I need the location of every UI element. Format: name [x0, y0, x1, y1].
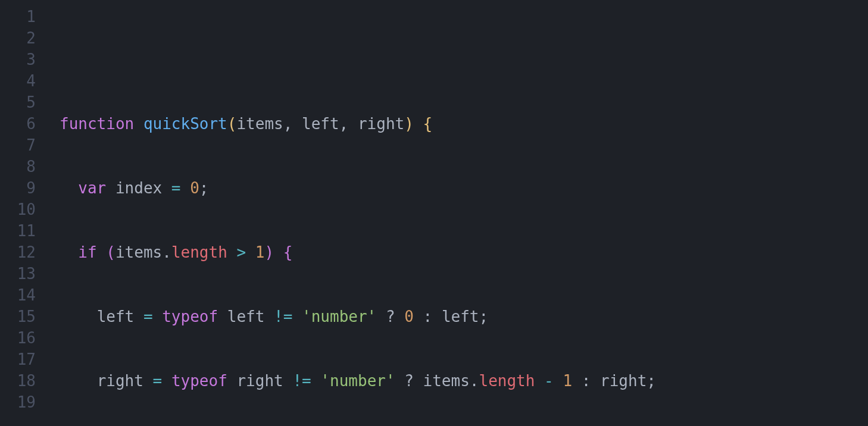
- space: [218, 308, 227, 325]
- space: [414, 115, 423, 133]
- number: 0: [404, 308, 414, 325]
- line-number: 19: [0, 391, 36, 413]
- line-number: 16: [0, 327, 36, 349]
- keyword-function: function: [60, 115, 134, 133]
- code-line[interactable]: var index = 0;: [60, 177, 868, 199]
- identifier: right: [97, 372, 143, 390]
- line-number: 1: [0, 6, 36, 27]
- keyword-typeof: typeof: [171, 372, 227, 390]
- ternary-q: ?: [376, 308, 404, 325]
- semicolon: ;: [479, 308, 489, 325]
- code-line[interactable]: right = typeof right != 'number' ? items…: [60, 370, 868, 391]
- code-line[interactable]: left = typeof left != 'number' ? 0 : lef…: [60, 306, 868, 327]
- operator-assign: =: [134, 308, 162, 325]
- identifier: left: [97, 308, 135, 325]
- operator-assign: =: [143, 372, 171, 390]
- line-number: 9: [0, 177, 36, 199]
- line-number: 2: [0, 27, 36, 49]
- string: 'number': [302, 308, 376, 325]
- operator-gt: >: [227, 243, 255, 261]
- identifier: right: [600, 372, 647, 390]
- code-line[interactable]: function quickSort(items, left, right) {: [60, 113, 868, 134]
- indent: [60, 243, 78, 261]
- indent: [60, 308, 97, 325]
- identifier: left: [442, 308, 479, 325]
- space: [106, 179, 115, 197]
- line-number: 7: [0, 134, 36, 156]
- line-number: 14: [0, 284, 36, 306]
- code-line[interactable]: if (items.length > 1) {: [60, 242, 868, 263]
- line-number: 17: [0, 349, 36, 370]
- operator-ne: !=: [264, 308, 302, 325]
- semicolon: ;: [199, 179, 209, 197]
- line-number: 6: [0, 113, 36, 134]
- space: [134, 115, 143, 133]
- operator-assign: =: [162, 179, 190, 197]
- semicolon: ;: [647, 372, 656, 390]
- identifier: right: [236, 372, 283, 390]
- indent: [60, 372, 97, 390]
- identifier: left: [227, 308, 265, 325]
- line-number: 4: [0, 70, 36, 92]
- space: [227, 372, 237, 390]
- property: length: [479, 372, 535, 390]
- line-number: 12: [0, 242, 36, 263]
- line-number: 10: [0, 199, 36, 220]
- ternary-q: ?: [395, 372, 423, 390]
- paren-close: ): [404, 115, 414, 133]
- ternary-colon: :: [414, 308, 442, 325]
- line-number: 3: [0, 49, 36, 70]
- brace-open: {: [283, 243, 293, 261]
- function-name: quickSort: [143, 115, 227, 133]
- number: 1: [563, 372, 572, 390]
- dot: .: [162, 243, 171, 261]
- dot: .: [470, 372, 479, 390]
- line-number-gutter: 1 2 3 4 5 6 7 8 9 10 11 12 13 14 15 16 1…: [0, 0, 46, 426]
- line-number: 8: [0, 156, 36, 177]
- space: [274, 243, 283, 261]
- paren-close: ): [264, 243, 274, 261]
- string: 'number': [320, 372, 395, 390]
- indent: [60, 179, 78, 197]
- params: items, left, right: [236, 115, 404, 133]
- line-number: 11: [0, 220, 36, 242]
- paren-open: (: [227, 115, 237, 133]
- operator-ne: !=: [283, 372, 321, 390]
- identifier: items: [423, 372, 470, 390]
- line-number: 5: [0, 92, 36, 113]
- keyword-typeof: typeof: [162, 308, 218, 325]
- keyword-if: if: [78, 243, 96, 261]
- keyword-var: var: [78, 179, 106, 197]
- operator-minus: -: [535, 372, 563, 390]
- brace-open: {: [423, 115, 433, 133]
- code-editor-content[interactable]: function quickSort(items, left, right) {…: [46, 0, 868, 426]
- line-number: 13: [0, 263, 36, 284]
- paren-open: (: [106, 243, 115, 261]
- line-number: 18: [0, 370, 36, 391]
- number: 0: [190, 179, 199, 197]
- space: [97, 243, 107, 261]
- code-line[interactable]: [60, 49, 868, 70]
- property: length: [171, 243, 227, 261]
- identifier: index: [115, 179, 162, 197]
- line-number: 15: [0, 306, 36, 327]
- identifier: items: [115, 243, 162, 261]
- number: 1: [255, 243, 265, 261]
- ternary-colon: :: [572, 372, 600, 390]
